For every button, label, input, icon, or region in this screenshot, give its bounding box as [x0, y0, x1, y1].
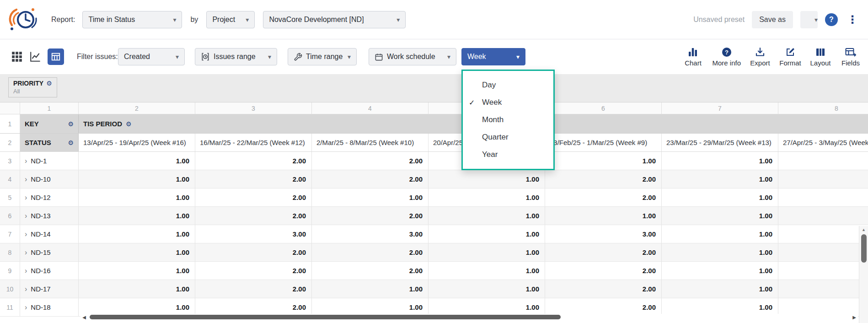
menu-item-year[interactable]: Year	[463, 146, 553, 163]
value-cell: 2.00	[195, 262, 312, 280]
save-as-button[interactable]: Save as	[752, 11, 793, 28]
issue-key-label: ND-17	[31, 285, 50, 293]
fields-table-icon	[845, 47, 857, 58]
kebab-menu-button[interactable]: ⋮	[845, 14, 860, 25]
more-info-button[interactable]: ? More info	[712, 47, 741, 67]
menu-item-quarter[interactable]: Quarter	[463, 129, 553, 146]
issue-key-cell[interactable]: ›ND-16	[20, 262, 79, 280]
clock-logo-icon	[6, 7, 39, 32]
app-logo	[6, 7, 39, 32]
chevron-down-icon: ▾	[814, 16, 818, 23]
question-mark-icon: ?	[829, 16, 834, 24]
expand-chevron-icon[interactable]: ›	[25, 248, 27, 257]
time-range-select[interactable]: Time range ▾	[288, 48, 357, 65]
date-column-header: 2/Mar/25 - 8/Mar/25 (Week #10)	[312, 134, 429, 151]
save-as-caret-button[interactable]: ▾	[800, 11, 818, 28]
scroll-left-arrow[interactable]: ◀	[80, 315, 88, 320]
issue-key-cell[interactable]: ›ND-13	[20, 207, 79, 225]
issue-key-cell[interactable]: ›ND-1	[20, 152, 79, 170]
project-select[interactable]: NovaCore Development [ND] ▾	[263, 11, 406, 28]
scroll-up-arrow[interactable]: ▲	[859, 226, 868, 233]
value-cell: 1.00	[429, 225, 545, 243]
value-cell	[778, 262, 868, 280]
issue-key-cell[interactable]: ›ND-14	[20, 225, 79, 243]
expand-chevron-icon[interactable]: ›	[25, 194, 27, 202]
issues-range-select[interactable]: Issues range ▾	[195, 48, 277, 65]
menu-item-label: Week	[482, 98, 502, 107]
horizontal-scroll-thumb[interactable]	[90, 315, 561, 319]
group-by-select[interactable]: Project ▾	[206, 11, 255, 28]
menu-item-week[interactable]: ✓ Week	[463, 94, 553, 111]
value-cell: 1.00	[429, 170, 545, 188]
action-label: Export	[750, 59, 770, 67]
export-button[interactable]: Export	[749, 47, 771, 67]
expand-chevron-icon[interactable]: ›	[25, 267, 27, 275]
unsaved-preset-label: Unsaved preset	[693, 16, 745, 24]
row-number-cell: 8	[0, 243, 20, 261]
value-cell	[778, 188, 868, 206]
expand-chevron-icon[interactable]: ›	[25, 230, 27, 238]
grid-view-button[interactable]	[11, 51, 23, 63]
issue-key-cell[interactable]: ›ND-10	[20, 170, 79, 188]
issues-range-label: Issues range	[214, 53, 264, 61]
issue-key-label: ND-14	[31, 230, 50, 238]
value-cell	[778, 152, 868, 170]
menu-item-label: Month	[482, 115, 504, 124]
value-cell: 1.00	[662, 188, 778, 206]
grid-icon	[11, 51, 23, 63]
menu-item-month[interactable]: Month	[463, 111, 553, 129]
chart-action-button[interactable]: Chart	[682, 47, 704, 67]
status-column-header: STATUS ⚙	[20, 134, 79, 151]
issues-range-clock-icon	[201, 52, 210, 61]
action-label: More info	[712, 59, 741, 67]
expand-chevron-icon[interactable]: ›	[25, 175, 27, 183]
table-row: 9›ND-161.002.002.001.002.001.00	[0, 262, 868, 280]
row-number-cell: 9	[0, 262, 20, 280]
expand-chevron-icon[interactable]: ›	[25, 212, 27, 220]
value-cell: 2.00	[195, 152, 312, 170]
issue-key-cell[interactable]: ›ND-15	[20, 243, 79, 261]
horizontal-scrollbar[interactable]: ◀ ▶	[80, 314, 858, 320]
chart-view-button[interactable]	[29, 51, 41, 63]
pivot-table: PRIORITY ⚙ All 1 2 3 4 5 6 7 8 1 KEY ⚙	[0, 74, 868, 317]
work-schedule-select[interactable]: Work schedule ▾	[369, 48, 456, 65]
column-number: 6	[545, 102, 662, 114]
download-icon	[755, 47, 766, 58]
layout-button[interactable]: Layout	[809, 47, 831, 67]
scroll-right-arrow[interactable]: ▶	[851, 315, 858, 320]
gear-icon[interactable]: ⚙	[68, 121, 74, 127]
period-select-open[interactable]: Week ▾	[461, 48, 525, 65]
menu-item-day[interactable]: Day	[463, 76, 553, 94]
period-value: Week	[467, 53, 513, 61]
issue-key-cell[interactable]: ›ND-17	[20, 280, 79, 298]
gear-icon[interactable]: ⚙	[46, 80, 52, 86]
expand-chevron-icon[interactable]: ›	[25, 303, 27, 312]
value-cell: 1.00	[79, 225, 195, 243]
format-button[interactable]: Format	[779, 47, 801, 67]
priority-filter-box[interactable]: PRIORITY ⚙ All	[8, 77, 57, 97]
chevron-down-icon: ▾	[396, 16, 400, 23]
issue-key-cell[interactable]: ›ND-18	[20, 298, 79, 316]
chevron-down-icon: ▾	[246, 16, 249, 23]
gear-icon[interactable]: ⚙	[68, 140, 74, 146]
help-button[interactable]: ?	[825, 13, 838, 26]
project-value: NovaCore Development [ND]	[269, 16, 393, 24]
expand-chevron-icon[interactable]: ›	[25, 157, 27, 165]
row-number-cell: 2	[0, 134, 20, 151]
created-filter-select[interactable]: Created ▾	[118, 48, 185, 65]
table-view-button-selected[interactable]	[48, 48, 64, 65]
report-type-select[interactable]: Time in Status ▾	[82, 11, 182, 28]
vertical-scroll-thumb[interactable]	[861, 234, 867, 263]
date-column-header: 27/Apr/25 - 3/May/25 (Week #18)	[778, 134, 868, 151]
period-dropdown-menu: Day ✓ Week Month Quarter Year	[461, 70, 555, 170]
fields-button[interactable]: Fields	[840, 47, 862, 67]
value-cell: 1.00	[79, 243, 195, 261]
expand-chevron-icon[interactable]: ›	[25, 285, 27, 293]
issue-key-label: ND-12	[31, 194, 50, 201]
issue-key-cell[interactable]: ›ND-12	[20, 188, 79, 206]
vertical-scrollbar[interactable]: ▲ ▼	[859, 226, 868, 323]
row-number-cell: 10	[0, 280, 20, 298]
action-label: Chart	[685, 59, 702, 67]
gear-icon[interactable]: ⚙	[126, 121, 132, 127]
value-cell: 1.00	[429, 207, 545, 225]
